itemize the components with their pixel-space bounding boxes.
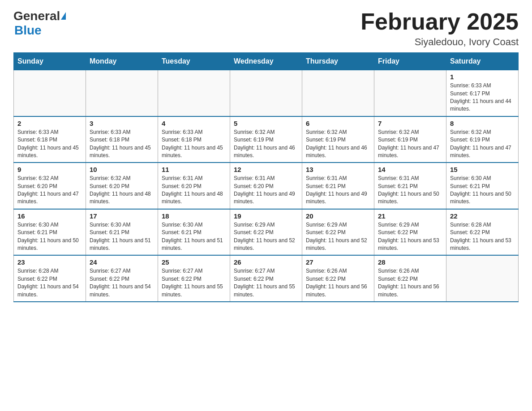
day-info: Sunrise: 6:33 AM Sunset: 6:18 PM Dayligh… (90, 128, 154, 160)
calendar-cell: 9Sunrise: 6:32 AM Sunset: 6:20 PM Daylig… (14, 163, 86, 209)
day-number: 7 (378, 120, 442, 127)
day-number: 3 (90, 120, 154, 127)
day-number: 13 (306, 166, 370, 173)
day-info: Sunrise: 6:28 AM Sunset: 6:22 PM Dayligh… (17, 267, 82, 299)
day-info: Sunrise: 6:30 AM Sunset: 6:21 PM Dayligh… (450, 175, 515, 206)
weekday-header-wednesday: Wednesday (230, 53, 302, 70)
calendar-cell: 4Sunrise: 6:33 AM Sunset: 6:18 PM Daylig… (158, 116, 230, 163)
week-row-3: 9Sunrise: 6:32 AM Sunset: 6:20 PM Daylig… (14, 163, 519, 209)
calendar-cell: 23Sunrise: 6:28 AM Sunset: 6:22 PM Dayli… (14, 255, 86, 302)
day-number: 12 (234, 166, 298, 173)
day-info: Sunrise: 6:32 AM Sunset: 6:19 PM Dayligh… (306, 128, 370, 160)
day-info: Sunrise: 6:27 AM Sunset: 6:22 PM Dayligh… (162, 267, 226, 299)
day-number: 22 (450, 212, 515, 220)
day-info: Sunrise: 6:31 AM Sunset: 6:20 PM Dayligh… (234, 175, 298, 206)
calendar-cell: 21Sunrise: 6:29 AM Sunset: 6:22 PM Dayli… (374, 209, 446, 256)
day-info: Sunrise: 6:26 AM Sunset: 6:22 PM Dayligh… (306, 267, 370, 299)
day-info: Sunrise: 6:32 AM Sunset: 6:20 PM Dayligh… (17, 175, 82, 206)
day-number: 25 (162, 258, 226, 266)
day-number: 8 (450, 120, 515, 127)
day-number: 18 (162, 212, 226, 220)
title-block: February 2025 Siyaledouo, Ivory Coast (360, 9, 519, 48)
day-number: 20 (306, 212, 370, 220)
calendar-cell: 27Sunrise: 6:26 AM Sunset: 6:22 PM Dayli… (302, 255, 374, 302)
day-info: Sunrise: 6:33 AM Sunset: 6:18 PM Dayligh… (17, 128, 82, 160)
calendar-cell: 3Sunrise: 6:33 AM Sunset: 6:18 PM Daylig… (86, 116, 158, 163)
day-number: 6 (306, 120, 370, 127)
day-number: 24 (90, 258, 154, 266)
day-info: Sunrise: 6:33 AM Sunset: 6:17 PM Dayligh… (450, 82, 515, 113)
weekday-header-saturday: Saturday (446, 53, 519, 70)
day-number: 26 (234, 258, 298, 266)
weekday-header-row: SundayMondayTuesdayWednesdayThursdayFrid… (14, 53, 519, 70)
day-number: 17 (90, 212, 154, 220)
day-number: 9 (17, 166, 82, 173)
day-info: Sunrise: 6:31 AM Sunset: 6:21 PM Dayligh… (378, 175, 442, 206)
day-number: 27 (306, 258, 370, 266)
calendar-cell: 11Sunrise: 6:31 AM Sunset: 6:20 PM Dayli… (158, 163, 230, 209)
week-row-1: 1Sunrise: 6:33 AM Sunset: 6:17 PM Daylig… (14, 70, 519, 116)
weekday-header-monday: Monday (86, 53, 158, 70)
day-number: 23 (17, 258, 82, 266)
day-number: 2 (17, 120, 82, 127)
day-number: 19 (234, 212, 298, 220)
day-number: 11 (162, 166, 226, 173)
month-title: February 2025 (360, 9, 519, 34)
day-info: Sunrise: 6:32 AM Sunset: 6:20 PM Dayligh… (90, 175, 154, 206)
calendar-cell: 10Sunrise: 6:32 AM Sunset: 6:20 PM Dayli… (86, 163, 158, 209)
logo-general-text: General (13, 9, 60, 23)
logo-blue-text: Blue (14, 23, 66, 38)
week-row-2: 2Sunrise: 6:33 AM Sunset: 6:18 PM Daylig… (14, 116, 519, 163)
day-info: Sunrise: 6:30 AM Sunset: 6:21 PM Dayligh… (17, 221, 82, 253)
calendar-cell: 16Sunrise: 6:30 AM Sunset: 6:21 PM Dayli… (14, 209, 86, 256)
calendar-cell (158, 70, 230, 116)
day-info: Sunrise: 6:29 AM Sunset: 6:22 PM Dayligh… (306, 221, 370, 253)
day-info: Sunrise: 6:32 AM Sunset: 6:19 PM Dayligh… (378, 128, 442, 160)
calendar-cell: 15Sunrise: 6:30 AM Sunset: 6:21 PM Dayli… (446, 163, 519, 209)
day-info: Sunrise: 6:32 AM Sunset: 6:19 PM Dayligh… (234, 128, 298, 160)
day-number: 4 (162, 120, 226, 127)
calendar-cell: 26Sunrise: 6:27 AM Sunset: 6:22 PM Dayli… (230, 255, 302, 302)
calendar-cell (14, 70, 86, 116)
calendar-cell: 5Sunrise: 6:32 AM Sunset: 6:19 PM Daylig… (230, 116, 302, 163)
day-info: Sunrise: 6:27 AM Sunset: 6:22 PM Dayligh… (90, 267, 154, 299)
day-number: 16 (17, 212, 82, 220)
day-number: 14 (378, 166, 442, 173)
calendar-cell: 6Sunrise: 6:32 AM Sunset: 6:19 PM Daylig… (302, 116, 374, 163)
day-info: Sunrise: 6:28 AM Sunset: 6:22 PM Dayligh… (450, 221, 515, 253)
weekday-header-sunday: Sunday (14, 53, 86, 70)
day-info: Sunrise: 6:27 AM Sunset: 6:22 PM Dayligh… (234, 267, 298, 299)
location-title: Siyaledouo, Ivory Coast (360, 36, 519, 48)
calendar-cell (302, 70, 374, 116)
calendar-cell: 2Sunrise: 6:33 AM Sunset: 6:18 PM Daylig… (14, 116, 86, 163)
calendar-cell: 12Sunrise: 6:31 AM Sunset: 6:20 PM Dayli… (230, 163, 302, 209)
day-info: Sunrise: 6:32 AM Sunset: 6:19 PM Dayligh… (450, 128, 515, 160)
calendar-cell: 19Sunrise: 6:29 AM Sunset: 6:22 PM Dayli… (230, 209, 302, 256)
weekday-header-friday: Friday (374, 53, 446, 70)
calendar-cell: 24Sunrise: 6:27 AM Sunset: 6:22 PM Dayli… (86, 255, 158, 302)
calendar-cell: 28Sunrise: 6:26 AM Sunset: 6:22 PM Dayli… (374, 255, 446, 302)
week-row-4: 16Sunrise: 6:30 AM Sunset: 6:21 PM Dayli… (14, 209, 519, 256)
week-row-5: 23Sunrise: 6:28 AM Sunset: 6:22 PM Dayli… (14, 255, 519, 302)
day-info: Sunrise: 6:29 AM Sunset: 6:22 PM Dayligh… (378, 221, 442, 253)
calendar-cell (446, 255, 519, 302)
calendar-cell: 22Sunrise: 6:28 AM Sunset: 6:22 PM Dayli… (446, 209, 519, 256)
calendar-cell: 1Sunrise: 6:33 AM Sunset: 6:17 PM Daylig… (446, 70, 519, 116)
day-info: Sunrise: 6:33 AM Sunset: 6:18 PM Dayligh… (162, 128, 226, 160)
calendar-cell: 7Sunrise: 6:32 AM Sunset: 6:19 PM Daylig… (374, 116, 446, 163)
calendar-cell: 8Sunrise: 6:32 AM Sunset: 6:19 PM Daylig… (446, 116, 519, 163)
page-header: General Blue February 2025 Siyaledouo, I… (13, 9, 519, 48)
calendar-cell (86, 70, 158, 116)
weekday-header-tuesday: Tuesday (158, 53, 230, 70)
calendar-cell: 13Sunrise: 6:31 AM Sunset: 6:21 PM Dayli… (302, 163, 374, 209)
day-number: 5 (234, 120, 298, 127)
logo: General Blue (13, 9, 66, 38)
calendar-cell: 25Sunrise: 6:27 AM Sunset: 6:22 PM Dayli… (158, 255, 230, 302)
calendar-cell: 20Sunrise: 6:29 AM Sunset: 6:22 PM Dayli… (302, 209, 374, 256)
calendar-cell (374, 70, 446, 116)
day-info: Sunrise: 6:31 AM Sunset: 6:21 PM Dayligh… (306, 175, 370, 206)
day-info: Sunrise: 6:26 AM Sunset: 6:22 PM Dayligh… (378, 267, 442, 299)
day-number: 28 (378, 258, 442, 266)
calendar-cell: 14Sunrise: 6:31 AM Sunset: 6:21 PM Dayli… (374, 163, 446, 209)
calendar-cell (230, 70, 302, 116)
